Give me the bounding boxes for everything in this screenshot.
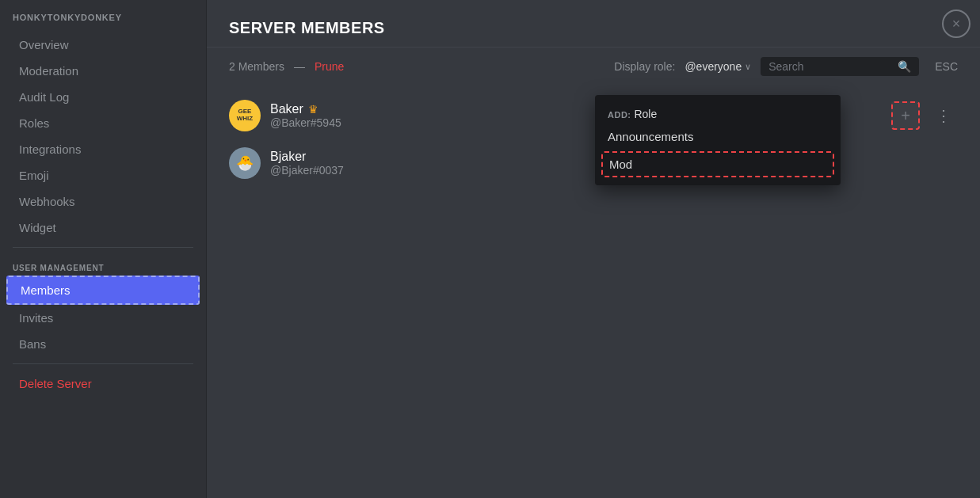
members-bar: 2 Members — Prune Display role: @everyon…	[207, 48, 980, 86]
main-header: SERVER MEMBERS	[207, 0, 980, 48]
server-name: HONKYTONKYDONKEY	[0, 13, 206, 32]
search-box: 🔍	[761, 57, 919, 76]
sidebar-item-integrations[interactable]: Integrations	[6, 136, 200, 162]
chevron-down-icon: ∨	[745, 62, 751, 72]
role-selector[interactable]: @everyone ∨	[684, 60, 751, 73]
sidebar: HONKYTONKYDONKEY Overview Moderation Aud…	[0, 0, 207, 498]
members-bar-right: Display role: @everyone ∨ 🔍 ESC	[614, 57, 958, 76]
sidebar-item-emoji[interactable]: Emoji	[6, 162, 200, 188]
avatar: GEEWHIZ	[229, 100, 261, 131]
sidebar-divider-2	[13, 363, 193, 364]
dropdown-role-name: Role	[634, 108, 657, 120]
user-management-label: USER MANAGEMENT	[0, 254, 206, 276]
esc-label: ESC	[935, 60, 958, 73]
table-row: 🐣 Bjaker @Bjaker#0037	[216, 139, 970, 187]
page-title: SERVER MEMBERS	[229, 19, 958, 37]
sidebar-item-members[interactable]: Members	[6, 276, 200, 305]
sidebar-item-overview[interactable]: Overview	[6, 32, 200, 58]
dropdown-item-announcements[interactable]: Announcements	[595, 124, 841, 150]
sidebar-item-delete-server[interactable]: Delete Server	[6, 371, 200, 397]
display-role-label: Display role:	[614, 60, 675, 73]
main-content: × SERVER MEMBERS 2 Members — Prune Displ…	[207, 0, 980, 498]
members-list: GEEWHIZ Baker ♛ @Baker#5945 + ⋮ 🐣 Bjaker…	[207, 86, 980, 193]
sidebar-item-widget[interactable]: Widget	[6, 215, 200, 241]
role-selector-value: @everyone	[684, 60, 742, 73]
table-row: GEEWHIZ Baker ♛ @Baker#5945 + ⋮	[216, 92, 970, 139]
prune-link[interactable]: Prune	[315, 60, 344, 73]
sidebar-item-invites[interactable]: Invites	[6, 305, 200, 331]
sidebar-item-moderation[interactable]: Moderation	[6, 58, 200, 84]
search-input[interactable]	[768, 60, 891, 73]
members-count: 2 Members	[229, 60, 284, 73]
dropdown-header: ADD: Role	[595, 101, 841, 124]
dash-separator: —	[294, 60, 305, 73]
sidebar-divider-1	[13, 247, 193, 248]
crown-icon: ♛	[308, 103, 318, 116]
search-icon: 🔍	[898, 60, 911, 73]
dropdown-add-label: ADD:	[608, 110, 631, 120]
close-button[interactable]: ×	[942, 10, 970, 38]
sidebar-item-audit-log[interactable]: Audit Log	[6, 84, 200, 110]
sidebar-item-bans[interactable]: Bans	[6, 331, 200, 357]
avatar: 🐣	[229, 147, 261, 179]
sidebar-item-webhooks[interactable]: Webhooks	[6, 188, 200, 215]
add-role-button[interactable]: +	[891, 101, 920, 130]
dropdown-item-mod[interactable]: Mod	[601, 151, 834, 177]
sidebar-item-roles[interactable]: Roles	[6, 110, 200, 136]
more-options-button[interactable]: ⋮	[929, 103, 958, 128]
add-role-dropdown: ADD: Role Announcements Mod	[595, 95, 841, 185]
